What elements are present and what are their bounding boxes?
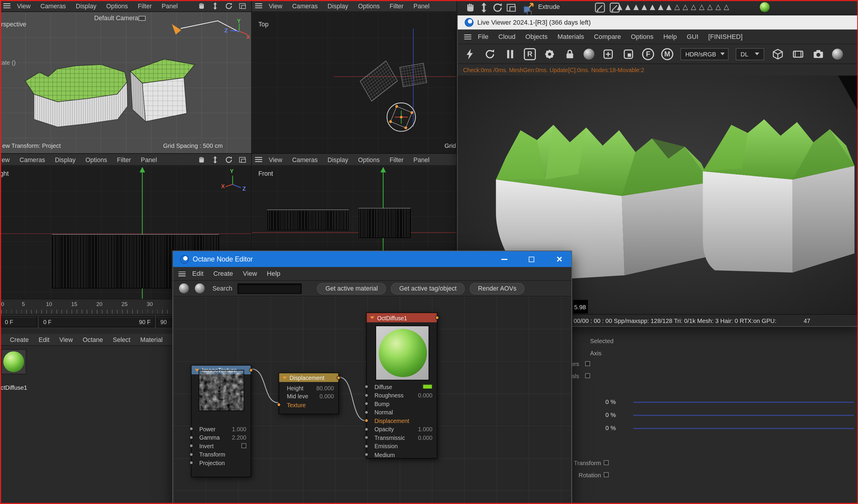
menu-filter[interactable]: Filter [133, 2, 157, 9]
menu-view[interactable]: View [264, 156, 287, 163]
texture-input-socket[interactable] [277, 403, 281, 407]
menu-options[interactable]: Options [626, 33, 658, 40]
menu-gui[interactable]: GUI [682, 33, 703, 40]
color-space-dropdown[interactable]: HDR/sRGB [681, 48, 729, 60]
menu-filter[interactable]: Filter [385, 2, 409, 9]
rotate-icon[interactable] [224, 1, 233, 11]
film-settings-icon[interactable]: F [642, 48, 654, 60]
settings-gear-icon[interactable] [543, 47, 556, 60]
input-socket[interactable] [365, 410, 368, 414]
menu-panel[interactable]: Panel [409, 2, 434, 9]
sub-region-icon[interactable] [622, 47, 635, 60]
material-ball-icon[interactable] [195, 283, 205, 293]
render-aovs-button[interactable]: Render AOVs [470, 282, 525, 294]
diffuse-color-swatch[interactable] [423, 385, 432, 389]
menu-help[interactable]: Help [262, 270, 285, 278]
menu-help[interactable]: Help [658, 33, 682, 40]
prop-value[interactable]: 2.200 [232, 434, 246, 441]
menu-options[interactable]: Options [353, 2, 384, 9]
node-header[interactable]: Displacement [279, 373, 338, 382]
camera-label[interactable]: Default Camera [94, 15, 138, 21]
menu-octane[interactable]: Octane [78, 336, 108, 343]
node-graph[interactable]: ImageTexture [173, 296, 571, 503]
menu-edit[interactable]: Edit [34, 336, 54, 343]
top-canvas[interactable]: Top Grid [252, 12, 457, 153]
hamburger-icon[interactable] [255, 157, 262, 162]
menu-display[interactable]: Display [71, 2, 101, 9]
node-octdiffuse1[interactable]: OctDiffuse1 Diffuse Roughness0.000 Bump … [366, 312, 437, 459]
output-socket[interactable] [249, 368, 253, 372]
range-end[interactable]: 90 F [139, 319, 150, 325]
menu-cloud[interactable]: Cloud [493, 33, 521, 40]
current-frame-field[interactable]: 0 F [1, 316, 37, 327]
edit-tool-icon[interactable] [594, 2, 606, 14]
menu-panel[interactable]: Panel [409, 156, 434, 163]
frame-range-slider[interactable]: 0 F 90 F [39, 316, 154, 327]
menu-display[interactable]: Display [50, 156, 80, 163]
camera-icon[interactable] [812, 47, 825, 60]
restart-render-icon[interactable] [463, 47, 476, 60]
material-ball-icon[interactable] [179, 283, 189, 293]
menu-filter[interactable]: Filter [385, 156, 409, 163]
collapse-triangle-icon[interactable] [370, 316, 375, 319]
hamburger-icon[interactable] [255, 3, 262, 8]
input-socket[interactable] [365, 427, 368, 431]
render-mode-dropdown[interactable]: DL [736, 48, 764, 60]
menu-options[interactable]: Options [101, 2, 133, 9]
material-thumbnail[interactable] [1, 349, 27, 374]
get-active-material-button[interactable]: Get active material [317, 282, 386, 294]
viewport-perspective[interactable]: View Cameras Display Options Filter Pane… [0, 0, 252, 154]
pause-icon[interactable] [504, 47, 517, 60]
refresh-icon[interactable] [483, 47, 496, 60]
live-viewer-titlebar[interactable]: Live Viewer 2024.1-[R3] (366 days left) [458, 15, 858, 30]
menu-objects[interactable]: Objects [521, 33, 553, 40]
input-socket[interactable] [365, 436, 368, 440]
menu-compare[interactable]: Compare [589, 33, 626, 40]
viewport-top[interactable]: View Cameras Display Options Filter Pane… [252, 0, 457, 154]
polygon-mode-icons[interactable]: ▲▲▲▲▲▲▲△△△△△△△ [617, 3, 732, 11]
object-cube-icon[interactable] [771, 47, 784, 60]
material-picker-icon[interactable]: M [661, 48, 673, 60]
node-editor-titlebar[interactable]: Octane Node Editor [173, 251, 572, 267]
get-active-tag-button[interactable]: Get active tag/object [391, 282, 465, 294]
percent-slider[interactable] [633, 428, 854, 429]
menu-options[interactable]: Options [80, 156, 112, 163]
prop-value[interactable]: 1.000 [418, 426, 432, 433]
menu-cameras[interactable]: Cameras [35, 2, 71, 9]
menu-material[interactable]: Material [136, 336, 168, 343]
lock-resolution-icon[interactable] [563, 47, 576, 60]
axis-section-label[interactable]: Axis [590, 349, 602, 356]
maximize-view-icon[interactable] [505, 2, 518, 14]
range-start[interactable]: 0 F [43, 319, 52, 325]
menu-options[interactable]: Options [353, 156, 384, 163]
menu-view[interactable]: View [238, 270, 262, 278]
input-socket[interactable] [365, 393, 368, 397]
hamburger-icon[interactable] [178, 271, 186, 276]
normals-checkbox[interactable] [585, 373, 590, 378]
percent-slider[interactable] [633, 402, 854, 403]
input-socket[interactable] [189, 444, 193, 448]
menu-panel[interactable]: Panel [136, 156, 162, 163]
menu-create[interactable]: Create [0, 336, 34, 343]
move-icon[interactable] [478, 2, 490, 14]
close-button[interactable] [548, 251, 570, 267]
rotation-checkbox[interactable] [604, 472, 609, 477]
menu-panel[interactable]: Panel [157, 2, 182, 9]
input-socket[interactable] [365, 453, 368, 456]
percent-value[interactable]: 0 % [588, 425, 616, 431]
extrude-option-checkbox[interactable] [527, 11, 532, 15]
prop-value[interactable]: 0.000 [418, 392, 432, 399]
percent-value[interactable]: 0 % [588, 412, 616, 418]
menu-view[interactable]: ew [0, 156, 15, 163]
maximize-view-icon[interactable] [238, 1, 247, 11]
material-name[interactable]: ctDiffuse1 [1, 384, 27, 391]
menu-create[interactable]: Create [208, 270, 238, 278]
pan-icon[interactable] [197, 155, 206, 164]
prop-value[interactable]: 0.000 [418, 434, 432, 441]
pan-icon[interactable] [464, 2, 477, 14]
region-render-icon[interactable]: R [524, 48, 536, 60]
percent-slider[interactable] [633, 415, 854, 416]
rotate-icon[interactable] [224, 155, 233, 164]
menu-view[interactable]: View [264, 2, 287, 9]
output-socket[interactable] [435, 316, 439, 320]
